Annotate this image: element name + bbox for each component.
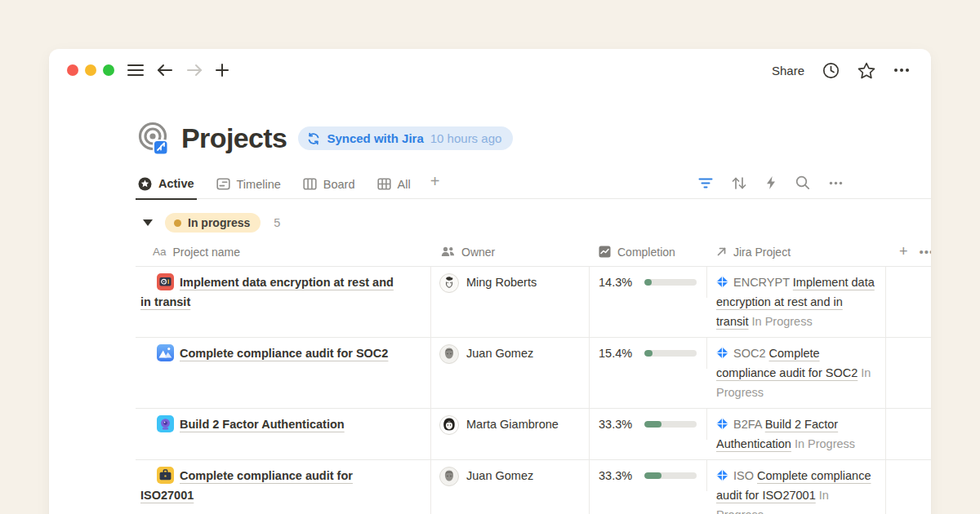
jira-logo-icon — [716, 418, 728, 430]
add-view-button[interactable]: + — [430, 172, 440, 198]
tab-label: Timeline — [237, 178, 281, 191]
group-count: 5 — [274, 216, 280, 229]
sync-refresh-icon — [307, 132, 320, 145]
back-arrow-icon[interactable] — [157, 64, 173, 77]
empty-cell — [886, 460, 931, 514]
avatar — [439, 344, 459, 364]
board-view-icon — [303, 177, 317, 191]
group-label: In progress — [188, 216, 250, 229]
page-icon[interactable] — [136, 121, 171, 156]
progress-bar — [644, 421, 697, 428]
title-property-icon: Aa — [153, 246, 167, 258]
people-icon — [441, 246, 455, 257]
projects-table: Aa Project name Owner Completion — [136, 237, 931, 514]
page-title: Projects — [181, 122, 287, 154]
new-tab-icon[interactable] — [216, 64, 229, 77]
external-arrow-icon — [716, 246, 727, 257]
more-options-icon[interactable] — [893, 68, 910, 73]
project-name-cell[interactable]: Implement data encryption at rest and in… — [136, 267, 431, 337]
column-header-completion[interactable]: Completion — [590, 246, 707, 259]
completion-cell[interactable]: 14.3% — [590, 267, 707, 298]
owner-cell[interactable]: Juan Gomez — [431, 338, 590, 408]
jira-project-cell[interactable]: ENCRYPT Implement data encryption at res… — [707, 267, 886, 337]
mountains-icon — [157, 344, 174, 361]
completion-percent: 14.3% — [599, 276, 637, 289]
jira-logo-icon — [716, 276, 728, 288]
tab-timeline[interactable]: Timeline — [214, 173, 283, 198]
column-header-project-name[interactable]: Aa Project name — [136, 246, 431, 259]
progress-bar — [644, 350, 697, 357]
window-topbar: Share — [49, 49, 931, 91]
minimize-window-button[interactable] — [85, 64, 96, 76]
status-badge[interactable]: In progress — [165, 213, 261, 233]
add-column-button[interactable]: + ••• — [886, 243, 931, 260]
completion-percent: 33.3% — [599, 418, 637, 431]
jira-project-cell[interactable]: SOC2 Complete compliance audit for SOC2 … — [707, 338, 886, 408]
briefcase-icon — [157, 467, 174, 484]
sort-icon[interactable] — [732, 176, 746, 190]
collapse-group-icon[interactable] — [143, 219, 153, 226]
traffic-lights — [67, 64, 114, 76]
starred-view-icon — [138, 177, 152, 191]
column-header-jira-project[interactable]: Jira Project — [707, 246, 886, 259]
search-icon[interactable] — [795, 175, 810, 190]
column-header-owner[interactable]: Owner — [431, 246, 590, 259]
completion-cell[interactable]: 33.3% — [590, 409, 707, 440]
project-name-cell[interactable]: Build 2 Factor Authentication — [136, 409, 431, 459]
avatar — [439, 415, 459, 435]
table-view-icon — [377, 177, 391, 191]
progress-bar — [644, 472, 697, 479]
webcam-lock-icon — [157, 415, 174, 432]
group-header: In progress 5 — [143, 213, 931, 233]
empty-cell — [886, 267, 931, 337]
close-window-button[interactable] — [67, 64, 78, 76]
zoom-window-button[interactable] — [103, 64, 114, 76]
table-header-row: Aa Project name Owner Completion — [136, 237, 931, 267]
tab-all[interactable]: All — [375, 173, 413, 198]
filter-icon[interactable] — [698, 177, 713, 189]
tab-board[interactable]: Board — [301, 173, 358, 198]
tab-active[interactable]: Active — [136, 173, 197, 200]
progress-bar — [644, 279, 697, 286]
status-dot — [174, 219, 181, 227]
avatar — [439, 273, 459, 293]
jira-logo-icon — [716, 469, 728, 481]
owner-cell[interactable]: Marta Giambrone — [431, 409, 590, 459]
clock-history-icon[interactable] — [822, 62, 840, 79]
table-more-button[interactable]: ••• — [920, 245, 931, 259]
jira-sync-badge[interactable]: Synced with Jira 10 hours ago — [298, 126, 513, 150]
project-name-cell[interactable]: Complete compliance audit for ISO27001 — [136, 460, 431, 514]
tab-label: All — [398, 178, 411, 191]
project-name-cell[interactable]: Complete compliance audit for SOC2 — [136, 338, 431, 408]
app-window: Share — [49, 49, 931, 514]
jira-project-cell[interactable]: ISO Complete compliance audit for ISO270… — [707, 460, 886, 514]
table-row[interactable]: Complete compliance audit for ISO27001 J… — [136, 460, 931, 514]
safe-vault-icon — [157, 273, 174, 290]
automation-lightning-icon[interactable] — [765, 175, 777, 190]
page-header: Projects Synced with Jira 10 hours ago — [136, 121, 931, 156]
rollup-chart-icon — [599, 246, 611, 258]
sidebar-menu-icon[interactable] — [127, 64, 144, 77]
view-tabs-bar: Active Timeline Board — [136, 172, 931, 199]
forward-arrow-icon[interactable] — [186, 64, 203, 77]
completion-cell[interactable]: 15.4% — [590, 338, 707, 369]
owner-cell[interactable]: Ming Roberts — [431, 267, 590, 337]
empty-cell — [886, 338, 931, 408]
owner-cell[interactable]: Juan Gomez — [431, 460, 590, 514]
desktop-background: Share — [0, 0, 980, 514]
completion-percent: 15.4% — [599, 347, 637, 360]
tab-label: Active — [158, 177, 194, 190]
table-row[interactable]: Complete compliance audit for SOC2 Juan … — [136, 338, 931, 409]
completion-percent: 33.3% — [599, 469, 637, 482]
completion-cell[interactable]: 33.3% — [590, 460, 707, 491]
jira-project-cell[interactable]: B2FA Build 2 Factor Authentication In Pr… — [707, 409, 886, 459]
empty-cell — [886, 409, 931, 459]
tab-label: Board — [323, 178, 355, 191]
favorite-star-icon[interactable] — [858, 62, 875, 79]
view-more-icon[interactable] — [829, 181, 843, 185]
share-button[interactable]: Share — [772, 64, 804, 78]
table-row[interactable]: Build 2 Factor Authentication Marta Giam… — [136, 409, 931, 460]
table-row[interactable]: Implement data encryption at rest and in… — [136, 267, 931, 338]
sync-status-label: Synced with Jira — [327, 131, 423, 145]
timeline-view-icon — [216, 177, 230, 191]
